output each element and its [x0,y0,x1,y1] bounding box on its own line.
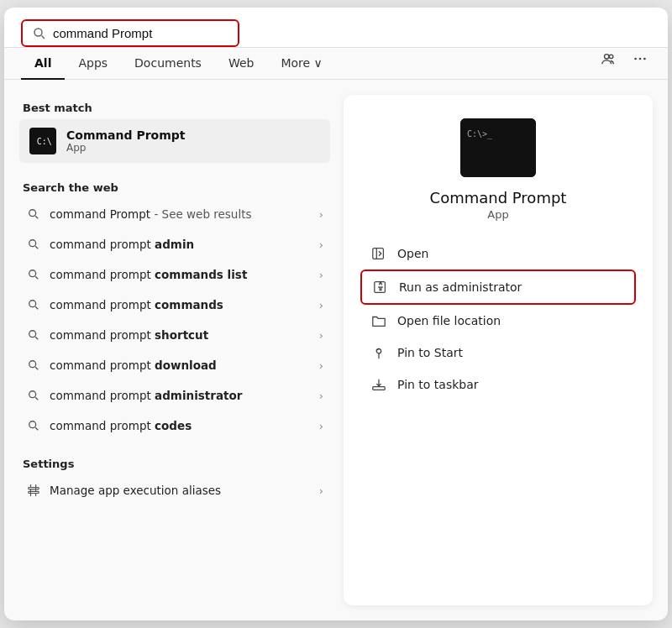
svg-line-10 [35,216,38,218]
main-content: Best match C:\ Command Prompt App Search… [4,80,668,620]
search-loop-icon-6 [26,388,41,403]
ellipsis-button[interactable] [629,50,651,72]
settings-item-0[interactable]: Manage app execution aliases › [19,475,330,505]
pin-start-icon [370,344,387,361]
action-pin-taskbar[interactable]: Pin to taskbar [360,369,636,400]
persons-button[interactable] [597,50,619,72]
web-result-2[interactable]: command prompt commands list › [19,259,330,290]
chevron-icon-3: › [319,299,323,311]
svg-point-5 [639,58,642,60]
chevron-icon-6: › [319,390,323,402]
best-match-text: Command Prompt App [66,128,185,154]
web-result-text-3: command prompt commands [50,298,311,311]
tabs-row: All Apps Documents Web More ∨ [4,48,668,80]
search-icon [33,27,46,40]
svg-point-0 [34,29,42,36]
svg-line-16 [35,306,38,309]
svg-point-2 [605,55,609,59]
chevron-icon-1: › [319,238,323,251]
svg-line-1 [42,35,45,39]
cmd-icon-large: C:\>_ [460,118,536,177]
search-bar [4,8,668,48]
action-open-label: Open [397,247,428,260]
svg-point-21 [29,391,36,398]
svg-text:C:\>_: C:\>_ [467,129,493,139]
svg-rect-25 [29,488,39,489]
pin-taskbar-icon [370,376,387,393]
action-open-location-label: Open file location [397,314,501,327]
web-result-text-5: command prompt download [50,358,311,372]
svg-line-24 [35,427,38,430]
web-result-1[interactable]: command prompt admin › [19,229,330,259]
search-loop-icon-1 [26,237,41,252]
best-match-label: Best match [19,95,330,119]
action-pin-start[interactable]: Pin to Start [360,337,636,369]
chevron-icon-7: › [319,420,323,432]
search-window: All Apps Documents Web More ∨ [4,8,668,620]
open-icon [370,245,387,262]
action-open[interactable]: Open [360,238,636,270]
svg-point-3 [609,55,613,59]
action-pin-taskbar-label: Pin to taskbar [397,378,479,391]
tab-more[interactable]: More ∨ [267,48,335,80]
action-open-location[interactable]: Open file location [360,305,636,337]
svg-point-23 [29,421,36,428]
search-loop-icon-0 [26,207,41,222]
app-type-large: App [487,208,508,221]
web-result-text-4: command prompt shortcut [50,328,311,342]
chevron-icon-2: › [319,269,323,281]
settings-icon-0 [26,483,41,498]
svg-rect-31 [460,118,536,177]
svg-point-9 [29,210,36,217]
svg-point-4 [634,58,637,60]
action-run-admin[interactable]: Run as administrator [360,270,636,305]
folder-icon [370,312,387,329]
search-loop-icon-7 [26,418,41,433]
svg-line-14 [35,276,38,279]
tab-apps[interactable]: Apps [65,48,121,80]
search-input[interactable] [53,26,228,40]
tab-documents[interactable]: Documents [121,48,215,80]
tab-all[interactable]: All [21,48,65,80]
web-result-0[interactable]: command Prompt - See web results › [19,199,330,229]
left-panel: Best match C:\ Command Prompt App Search… [19,95,330,605]
search-input-wrap[interactable] [21,19,239,47]
tabs-right [597,50,651,79]
settings-item-text-0: Manage app execution aliases [50,484,311,497]
cmd-icon-small: C:\ [29,128,56,154]
chevron-icon-0: › [319,208,323,221]
web-result-6[interactable]: command prompt administrator › [19,380,330,411]
svg-point-19 [29,361,36,368]
search-loop-icon-2 [26,267,41,282]
chevron-icon-4: › [319,329,323,342]
web-result-text-0: command Prompt - See web results [50,207,311,221]
svg-point-6 [643,58,646,60]
svg-point-11 [29,240,36,247]
search-loop-icon-3 [26,297,41,312]
svg-point-13 [29,270,36,277]
right-panel: C:\>_ Command Prompt App Open [344,95,653,605]
tab-web[interactable]: Web [215,48,268,80]
svg-text:C:\: C:\ [37,137,51,146]
svg-line-20 [35,367,38,369]
app-name-large: Command Prompt [430,189,567,207]
web-result-7[interactable]: command prompt codes › [19,411,330,441]
web-result-text-7: command prompt codes [50,419,311,432]
search-web-section: Search the web command Prompt - See web … [19,175,330,441]
action-pin-start-label: Pin to Start [397,346,463,359]
web-result-text-6: command prompt administrator [50,389,311,402]
svg-line-12 [35,246,38,249]
svg-rect-37 [373,387,385,390]
web-result-4[interactable]: command prompt shortcut › [19,320,330,350]
action-run-admin-label: Run as administrator [399,280,522,294]
svg-rect-26 [29,491,39,493]
web-result-3[interactable]: command prompt commands › [19,290,330,320]
best-match-item[interactable]: C:\ Command Prompt App [19,119,330,163]
svg-line-18 [35,337,38,339]
web-result-text-1: command prompt admin [50,238,311,251]
search-loop-icon-5 [26,358,41,373]
settings-chevron-0: › [319,484,323,497]
search-web-label: Search the web [19,175,330,199]
admin-icon [372,279,389,296]
web-result-5[interactable]: command prompt download › [19,350,330,380]
